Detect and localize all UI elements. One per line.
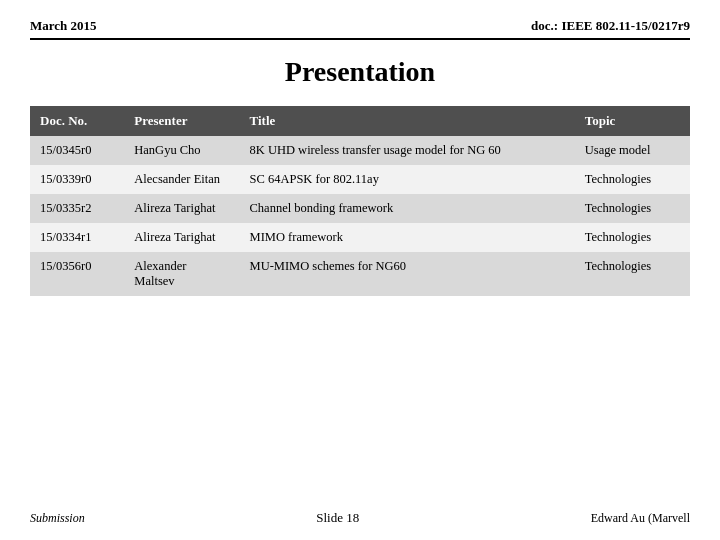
footer-right: Edward Au (Marvell: [591, 511, 690, 526]
table-row: 15/0334r1Alireza TarighatMIMO frameworkT…: [30, 223, 690, 252]
cell-docno: 15/0345r0: [30, 136, 124, 165]
cell-docno: 15/0334r1: [30, 223, 124, 252]
cell-docno: 15/0356r0: [30, 252, 124, 296]
cell-title: MIMO framework: [240, 223, 575, 252]
cell-title: MU-MIMO schemes for NG60: [240, 252, 575, 296]
cell-docno: 15/0339r0: [30, 165, 124, 194]
cell-title: SC 64APSK for 802.11ay: [240, 165, 575, 194]
cell-presenter: Alecsander Eitan: [124, 165, 239, 194]
page-title: Presentation: [30, 56, 690, 88]
cell-presenter: Alexander Maltsev: [124, 252, 239, 296]
page: March 2015 doc.: IEEE 802.11-15/0217r9 P…: [0, 0, 720, 540]
table-row: 15/0356r0Alexander MaltsevMU-MIMO scheme…: [30, 252, 690, 296]
cell-topic: Technologies: [575, 252, 690, 296]
footer-center: Slide 18: [316, 510, 359, 526]
bottom-bar: Submission Slide 18 Edward Au (Marvell: [30, 502, 690, 526]
table-row: 15/0335r2Alireza TarighatChannel bonding…: [30, 194, 690, 223]
presentation-table: Doc. No. Presenter Title Topic 15/0345r0…: [30, 106, 690, 296]
col-header-topic: Topic: [575, 106, 690, 136]
cell-topic: Technologies: [575, 165, 690, 194]
cell-docno: 15/0335r2: [30, 194, 124, 223]
top-right-doc: doc.: IEEE 802.11-15/0217r9: [531, 18, 690, 34]
cell-topic: Usage model: [575, 136, 690, 165]
table-header-row: Doc. No. Presenter Title Topic: [30, 106, 690, 136]
col-header-title: Title: [240, 106, 575, 136]
cell-presenter: Alireza Tarighat: [124, 223, 239, 252]
cell-title: 8K UHD wireless transfer usage model for…: [240, 136, 575, 165]
col-header-presenter: Presenter: [124, 106, 239, 136]
cell-title: Channel bonding framework: [240, 194, 575, 223]
top-bar: March 2015 doc.: IEEE 802.11-15/0217r9: [30, 18, 690, 40]
col-header-docno: Doc. No.: [30, 106, 124, 136]
cell-presenter: Alireza Tarighat: [124, 194, 239, 223]
table-row: 15/0345r0HanGyu Cho8K UHD wireless trans…: [30, 136, 690, 165]
cell-presenter: HanGyu Cho: [124, 136, 239, 165]
cell-topic: Technologies: [575, 223, 690, 252]
footer-left: Submission: [30, 511, 85, 526]
cell-topic: Technologies: [575, 194, 690, 223]
table-row: 15/0339r0Alecsander EitanSC 64APSK for 8…: [30, 165, 690, 194]
top-left-date: March 2015: [30, 18, 97, 34]
